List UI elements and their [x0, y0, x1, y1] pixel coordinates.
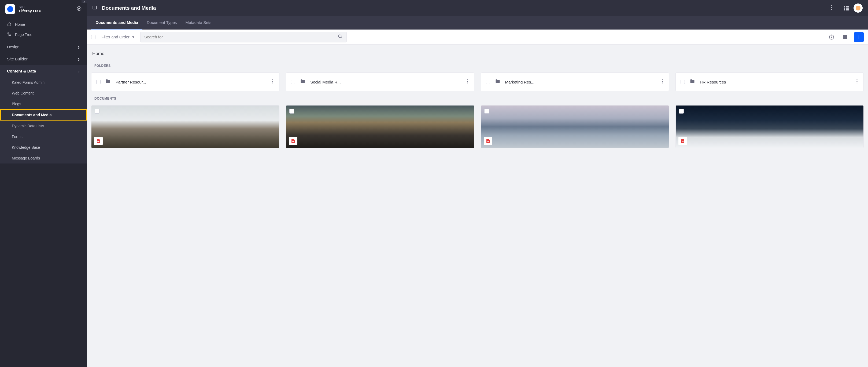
folder-menu-icon[interactable]	[271, 78, 274, 86]
chevron-right-icon: ❯	[77, 57, 80, 61]
nav-home[interactable]: Home	[0, 19, 87, 30]
cards-view-icon[interactable]	[841, 33, 849, 41]
sidebar-item-kaleo[interactable]: Kaleo Forms Admin	[0, 77, 87, 88]
folder-name: Social Media R...	[310, 80, 461, 84]
svg-point-21	[467, 79, 468, 80]
image-type-icon	[484, 137, 492, 145]
site-header: SITE Liferay DXP	[0, 0, 87, 18]
info-icon[interactable]	[827, 33, 836, 41]
folder-menu-icon[interactable]	[466, 78, 469, 86]
divider	[839, 4, 839, 12]
tabs-bar: Documents and Media Document Types Metad…	[87, 16, 868, 30]
document-card[interactable]	[676, 105, 864, 148]
sidebar-item-dynamic-data-lists[interactable]: Dynamic Data Lists	[0, 120, 87, 131]
sidebar: ▲ SITE Liferay DXP Home Page Tree Design…	[0, 0, 87, 367]
image-type-icon	[678, 137, 687, 145]
folder-name: Marketing Res...	[505, 80, 656, 84]
folders-label: FOLDERS	[94, 64, 864, 68]
folder-checkbox[interactable]	[486, 80, 490, 84]
folder-card[interactable]: Partner Resour...	[91, 73, 279, 91]
svg-point-22	[467, 81, 468, 82]
sidebar-item-message-boards[interactable]: Message Boards	[0, 153, 87, 164]
svg-rect-2	[7, 33, 8, 34]
user-avatar[interactable]	[854, 3, 863, 12]
document-checkbox[interactable]	[95, 109, 99, 114]
compass-icon[interactable]	[77, 6, 82, 12]
header-menu-icon[interactable]	[830, 3, 834, 12]
sidebar-item-forms[interactable]: Forms	[0, 131, 87, 142]
chevron-right-icon: ❯	[77, 45, 80, 49]
section-content-data[interactable]: Content & Data ⌄	[0, 65, 87, 77]
document-checkbox[interactable]	[679, 109, 684, 114]
folder-icon	[300, 79, 305, 85]
collapse-sidebar-icon[interactable]: ▲	[82, 0, 87, 3]
section-site-builder[interactable]: Site Builder ❯	[0, 53, 87, 65]
content-data-subnav: Kaleo Forms Admin Web Content Blogs Docu…	[0, 77, 87, 164]
section-design[interactable]: Design ❯	[0, 41, 87, 53]
home-icon	[7, 22, 11, 27]
filter-order-button[interactable]: Filter and Order ▾	[100, 33, 135, 41]
folder-icon	[105, 79, 111, 85]
folder-name: HR Resources	[700, 80, 850, 84]
search-input[interactable]	[144, 35, 338, 39]
svg-point-26	[662, 82, 662, 83]
apps-icon[interactable]	[844, 6, 849, 10]
tab-document-types[interactable]: Document Types	[143, 16, 181, 30]
image-type-icon	[94, 137, 103, 145]
svg-rect-5	[9, 35, 10, 36]
folder-menu-icon[interactable]	[856, 78, 859, 86]
svg-point-18	[273, 79, 273, 80]
section-content-data-label: Content & Data	[7, 69, 36, 73]
svg-point-15	[831, 36, 832, 36]
svg-point-35	[487, 141, 488, 142]
folder-checkbox[interactable]	[291, 80, 295, 84]
document-thumbnail	[481, 106, 669, 148]
select-all-checkbox[interactable]	[91, 35, 95, 39]
tab-metadata-sets[interactable]: Metadata Sets	[181, 16, 216, 30]
toolbar: Filter and Order ▾	[87, 30, 868, 45]
folder-card[interactable]: Social Media R...	[286, 73, 474, 91]
add-button[interactable]	[854, 32, 864, 42]
svg-point-11	[338, 35, 341, 37]
document-checkbox[interactable]	[289, 109, 294, 114]
nav-home-label: Home	[15, 22, 25, 27]
sidebar-item-blogs[interactable]: Blogs	[0, 98, 87, 109]
document-checkbox[interactable]	[484, 109, 489, 114]
tab-documents-media[interactable]: Documents and Media	[91, 16, 143, 30]
folder-checkbox[interactable]	[681, 80, 685, 84]
section-site-builder-label: Site Builder	[7, 57, 28, 61]
site-name: Liferay DXP	[19, 8, 73, 13]
page-title: Documents and Media	[102, 5, 825, 11]
folder-card[interactable]: HR Resources	[676, 73, 864, 91]
search-box	[140, 32, 347, 43]
filter-order-label: Filter and Order	[101, 35, 129, 39]
site-logo	[5, 4, 15, 14]
folder-card[interactable]: Marketing Res...	[481, 73, 669, 91]
folder-name: Partner Resour...	[116, 80, 266, 84]
sidebar-item-web-content[interactable]: Web Content	[0, 88, 87, 98]
nav-page-tree[interactable]: Page Tree	[0, 30, 87, 40]
page-tree-icon	[7, 32, 11, 37]
sidebar-item-knowledge-base[interactable]: Knowledge Base	[0, 142, 87, 153]
svg-point-8	[831, 5, 832, 6]
document-card[interactable]	[286, 105, 474, 148]
toggle-panel-icon[interactable]	[92, 5, 97, 11]
svg-point-29	[857, 82, 857, 83]
nav-page-tree-label: Page Tree	[15, 32, 32, 37]
folder-checkbox[interactable]	[96, 80, 100, 84]
svg-point-20	[273, 82, 273, 83]
folder-icon	[690, 79, 695, 85]
section-design-label: Design	[7, 45, 20, 49]
sidebar-item-documents-media[interactable]: Documents and Media	[0, 109, 87, 120]
document-card[interactable]	[481, 105, 669, 148]
folder-menu-icon[interactable]	[661, 78, 664, 86]
folder-icon	[495, 79, 500, 85]
svg-point-31	[98, 141, 98, 142]
svg-point-33	[292, 141, 293, 142]
svg-point-19	[273, 81, 273, 82]
svg-point-10	[831, 9, 832, 10]
search-icon[interactable]	[338, 34, 343, 40]
document-card[interactable]	[91, 105, 279, 148]
breadcrumb[interactable]: Home	[91, 51, 864, 56]
image-type-icon	[289, 137, 298, 145]
